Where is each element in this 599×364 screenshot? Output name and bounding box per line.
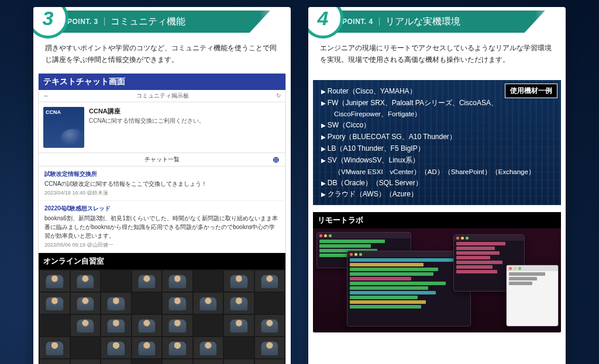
equip-item: DB（Oracle）（SQL Server）: [321, 178, 553, 189]
participant-tile[interactable]: [194, 271, 223, 292]
equipment-panel: 使用機材一例 Router（Cisco、YAMAHA） FW（Juniper S…: [313, 80, 561, 205]
card4-description: エンジニアの現場にリモートでアクセスしているようなリアルな学習環境を実現。現場で…: [308, 36, 566, 71]
participant-tile[interactable]: [255, 359, 285, 364]
participant-tile[interactable]: [255, 293, 285, 314]
participant-tile[interactable]: [40, 271, 70, 292]
point-number-badge: 3: [33, 7, 68, 39]
point-number-badge: 4: [308, 7, 343, 39]
card3-header: 3 POINT. 3 コミュニティ機能: [33, 7, 291, 36]
equipment-list: Router（Cisco、YAMAHA） FW（Juniper SRX、Palo…: [313, 80, 561, 205]
participant-tile[interactable]: [194, 337, 223, 358]
card-point3: 3 POINT. 3 コミュニティ機能 躓きやすいポイントや学習のコツなど、コミ…: [33, 7, 291, 364]
participant-tile[interactable]: [194, 359, 223, 364]
refresh-icon[interactable]: ↻: [276, 92, 281, 99]
thread-title: 試験改定情報交換所: [44, 170, 280, 178]
card4-screenshot: 使用機材一例 Router（Cisco、YAMAHA） FW（Juniper S…: [313, 73, 561, 332]
equip-item: FW（Juniper SRX、Paloalt PAシリーズ、CiscoASA、C…: [321, 98, 553, 120]
thread-title: 202204試験感想スレッド: [44, 204, 280, 213]
remote-lab-title: リモートラボ: [313, 212, 561, 228]
card-point4: 4 POINT. 4 リアルな実機環境 エンジニアの現場にリモートでアクセスして…: [308, 7, 566, 364]
participant-tile[interactable]: [132, 271, 162, 292]
equip-sub: CiscoFirepower、Fortigate）: [334, 109, 553, 120]
chat-list-label: チャット一覧: [144, 155, 180, 164]
participant-tile[interactable]: [101, 315, 131, 336]
participant-tile[interactable]: [194, 315, 223, 336]
point-label: POINT. 4: [342, 18, 380, 26]
terminal-window[interactable]: [347, 251, 471, 327]
participant-tile[interactable]: [224, 359, 254, 364]
participant-tile[interactable]: [101, 271, 131, 292]
cards-row: 3 POINT. 3 コミュニティ機能 躓きやすいポイントや学習のコツなど、コミ…: [0, 0, 599, 364]
participant-tile[interactable]: [224, 293, 254, 314]
thread-body: bookns6割、新問題3割、初見1割くらいでした。時間がなく新問題に取り組めな…: [44, 214, 280, 240]
course-block: CCNA CCNA講座 CCNAに関する情報交換にご利用ください。: [39, 102, 285, 152]
point-title: リアルな実機環境: [385, 16, 460, 28]
back-icon[interactable]: ←: [43, 92, 49, 99]
terminal-area: [313, 228, 561, 332]
participant-tile[interactable]: [255, 315, 285, 336]
participant-tile[interactable]: [101, 359, 131, 364]
participant-tile[interactable]: [194, 293, 223, 314]
thread-meta: 2022/05/06 09:19 @山田健一: [44, 241, 280, 249]
participant-tile[interactable]: [224, 315, 254, 336]
participant-tile[interactable]: [132, 359, 162, 364]
card3-screenshot: テキストチャット画面 ← コミュニティ掲示板 ↻ CCNA CCNA講座 CCN…: [38, 73, 286, 364]
equip-item: SV（WindowsSV、Linux系）（VMware ESXI vCenter…: [321, 155, 553, 178]
chat-topbar: ← コミュニティ掲示板 ↻: [39, 90, 285, 102]
equip-item: クラウド（AWS）（Azure）: [321, 189, 553, 200]
participant-tile[interactable]: [224, 337, 254, 358]
participant-tile[interactable]: [255, 337, 285, 358]
participant-tile[interactable]: [40, 315, 70, 336]
chat-list-header: チャット一覧 ⊕: [39, 152, 285, 167]
participant-tile[interactable]: [71, 337, 101, 358]
card4-header: 4 POINT. 4 リアルな実機環境: [308, 7, 566, 36]
participant-tile[interactable]: [71, 271, 101, 292]
chat-screen-title: テキストチャット画面: [39, 74, 285, 90]
participant-tile[interactable]: [132, 293, 162, 314]
point-label: POINT. 3: [67, 18, 105, 26]
point-title: コミュニティ機能: [111, 16, 185, 28]
participant-tile[interactable]: [71, 315, 101, 336]
participant-tile[interactable]: [163, 315, 192, 336]
video-grid: [39, 269, 285, 364]
equip-item: LB（A10 Thunder、F5 BigIP）: [321, 143, 553, 155]
participant-tile[interactable]: [40, 359, 70, 364]
thread-item[interactable]: 202204試験感想スレッド bookns6割、新問題3割、初見1割くらいでした…: [39, 201, 285, 253]
course-subtitle: CCNAに関する情報交換にご利用ください。: [89, 117, 205, 125]
terminal-window[interactable]: [506, 265, 559, 327]
online-study-title: オンライン自習室: [39, 253, 285, 269]
participant-tile[interactable]: [163, 293, 192, 314]
participant-tile[interactable]: [40, 293, 70, 314]
thread-meta: 2023/04/18 16:40 @鈴木蓮: [44, 189, 280, 197]
equip-sub: （VMware ESXI vCenter）（AD）（SharePoint）（Ex…: [334, 167, 553, 178]
participant-tile[interactable]: [40, 337, 70, 358]
course-thumb: CCNA: [43, 107, 84, 148]
participant-tile[interactable]: [224, 271, 254, 292]
community-board-label: コミュニティ掲示板: [136, 92, 189, 100]
participant-tile[interactable]: [101, 293, 131, 314]
participant-tile[interactable]: [163, 271, 192, 292]
equip-item: SW（Cicco）: [321, 120, 553, 131]
participant-tile[interactable]: [71, 293, 101, 314]
add-thread-icon[interactable]: ⊕: [273, 155, 280, 164]
card3-description: 躓きやすいポイントや学習のコツなど、コミュニティ機能を使うことで同じ講座を学ぶ仲…: [33, 36, 291, 71]
equip-item: Pxory（BLUECOAT SG、A10 Thunder）: [321, 131, 553, 143]
course-title: CCNA講座: [89, 107, 205, 116]
participant-tile[interactable]: [255, 271, 285, 292]
participant-tile[interactable]: [132, 315, 162, 336]
participant-tile[interactable]: [163, 337, 192, 358]
thread-body: CCNAの試験改定に関する情報をここで交換してきましょう！: [44, 179, 280, 188]
equipment-tag: 使用機材一例: [505, 84, 557, 98]
participant-tile[interactable]: [163, 359, 192, 364]
participant-tile[interactable]: [132, 337, 162, 358]
participant-tile[interactable]: [101, 337, 131, 358]
participant-tile[interactable]: [71, 359, 101, 364]
thread-item[interactable]: 試験改定情報交換所 CCNAの試験改定に関する情報をここで交換してきましょう！ …: [39, 167, 285, 201]
